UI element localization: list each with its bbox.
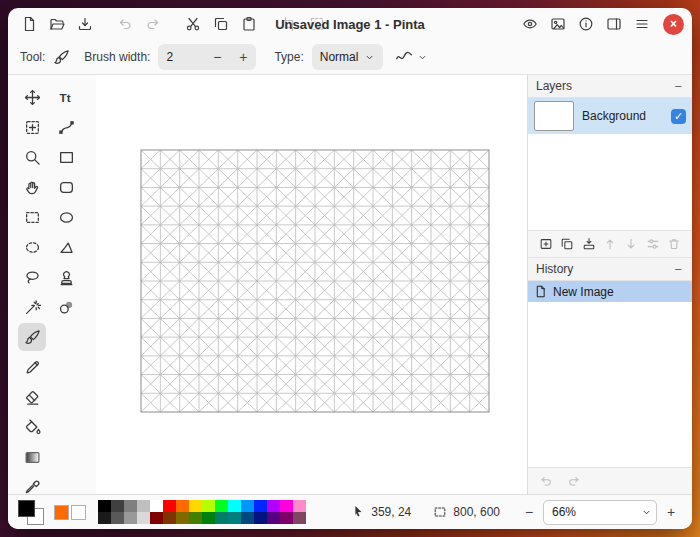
tool-paintbrush[interactable] bbox=[18, 323, 46, 351]
palette-swatch[interactable] bbox=[150, 500, 163, 512]
palette-swatch[interactable] bbox=[254, 512, 267, 524]
palette-swatch[interactable] bbox=[202, 512, 215, 524]
palette-swatch[interactable] bbox=[267, 500, 280, 512]
foreground-background-color-selector[interactable] bbox=[18, 499, 46, 526]
image-button[interactable] bbox=[545, 11, 571, 37]
info-button[interactable] bbox=[573, 11, 599, 37]
palette-swatch[interactable] bbox=[241, 512, 254, 524]
blend-mode-dropdown[interactable]: Normal bbox=[312, 44, 384, 70]
panel-right-button[interactable] bbox=[601, 11, 627, 37]
zoom-in-button[interactable]: + bbox=[662, 504, 680, 520]
brush-width-increase-button[interactable]: + bbox=[230, 44, 256, 70]
palette-swatch[interactable] bbox=[137, 500, 150, 512]
open-image-button[interactable] bbox=[44, 11, 70, 37]
brush-width-input[interactable]: 2 bbox=[158, 50, 204, 64]
palette-swatch[interactable] bbox=[293, 500, 306, 512]
palette-swatch[interactable] bbox=[163, 512, 176, 524]
layer-properties-button[interactable] bbox=[643, 234, 663, 254]
palette-swatch[interactable] bbox=[254, 500, 267, 512]
palette-swatch[interactable] bbox=[215, 512, 228, 524]
add-layer-button[interactable] bbox=[536, 234, 556, 254]
palette-swatch[interactable] bbox=[163, 500, 176, 512]
lower-layer-button[interactable] bbox=[621, 234, 641, 254]
selection-size-icon bbox=[433, 505, 447, 519]
raise-layer-button[interactable] bbox=[600, 234, 620, 254]
paste-icon bbox=[241, 16, 257, 32]
palette-swatch[interactable] bbox=[215, 500, 228, 512]
tool-gradient[interactable] bbox=[18, 443, 46, 471]
new-image-button[interactable] bbox=[16, 11, 42, 37]
tool-rounded-rectangle[interactable] bbox=[52, 173, 80, 201]
tool-ellipse[interactable] bbox=[52, 203, 80, 231]
layer-visibility-checkbox[interactable]: ✓ bbox=[671, 109, 686, 124]
palette-swatch[interactable] bbox=[189, 500, 202, 512]
zoom-level-dropdown[interactable]: 66% bbox=[543, 500, 657, 525]
tool-move-selected[interactable] bbox=[18, 83, 46, 111]
save-button[interactable] bbox=[72, 11, 98, 37]
zoom-out-button[interactable]: − bbox=[520, 504, 538, 520]
history-item[interactable]: New Image bbox=[528, 281, 692, 302]
palette-swatch[interactable] bbox=[280, 512, 293, 524]
cut-button[interactable] bbox=[180, 11, 206, 37]
palette-swatch[interactable] bbox=[98, 500, 111, 512]
tool-clone-stamp[interactable] bbox=[52, 263, 80, 291]
palette-swatch[interactable] bbox=[228, 512, 241, 524]
palette-swatch[interactable] bbox=[202, 500, 215, 512]
redo-button[interactable] bbox=[140, 11, 166, 37]
palette-swatch[interactable] bbox=[267, 512, 280, 524]
duplicate-layer-button[interactable] bbox=[557, 234, 577, 254]
palette-swatch[interactable] bbox=[293, 512, 306, 524]
palette-swatch[interactable] bbox=[111, 500, 124, 512]
tool-recolor[interactable] bbox=[52, 293, 80, 321]
tool-pencil[interactable] bbox=[18, 353, 46, 381]
palette-swatch[interactable] bbox=[150, 512, 163, 524]
palette-swatch[interactable] bbox=[228, 500, 241, 512]
save-icon bbox=[77, 16, 93, 32]
history-item-icon bbox=[534, 285, 547, 298]
merge-layer-down-button[interactable] bbox=[579, 234, 599, 254]
image-icon bbox=[550, 16, 566, 32]
palette-swatch[interactable] bbox=[176, 512, 189, 524]
palette-swatch[interactable] bbox=[241, 500, 254, 512]
line-style-dropdown[interactable] bbox=[391, 48, 432, 66]
chevron-down-icon bbox=[364, 52, 375, 63]
palette-swatch[interactable] bbox=[137, 512, 150, 524]
palette-swatch[interactable] bbox=[124, 512, 137, 524]
tool-rectangle[interactable] bbox=[52, 143, 80, 171]
menu-button[interactable] bbox=[629, 11, 655, 37]
palette-swatch[interactable] bbox=[189, 512, 202, 524]
undo-button[interactable] bbox=[112, 11, 138, 37]
tool-lasso-select[interactable] bbox=[18, 263, 46, 291]
tool-zoom[interactable] bbox=[18, 143, 46, 171]
delete-layer-button[interactable] bbox=[664, 234, 684, 254]
brush-width-decrease-button[interactable]: − bbox=[204, 44, 230, 70]
tool-text[interactable]: Tt bbox=[52, 83, 80, 111]
layers-collapse-button[interactable]: − bbox=[672, 80, 684, 93]
tool-move-selection[interactable] bbox=[18, 113, 46, 141]
foreground-color-swatch[interactable] bbox=[18, 500, 35, 517]
canvas-viewport[interactable] bbox=[96, 75, 527, 494]
palette-swatch[interactable] bbox=[280, 500, 293, 512]
recent-color-swatch[interactable] bbox=[54, 505, 69, 520]
tool-line-curve[interactable] bbox=[52, 113, 80, 141]
tool-magic-wand[interactable] bbox=[18, 293, 46, 321]
palette-swatch[interactable] bbox=[124, 500, 137, 512]
history-redo-button[interactable] bbox=[564, 471, 584, 491]
copy-button[interactable] bbox=[208, 11, 234, 37]
palette-swatch[interactable] bbox=[98, 512, 111, 524]
history-collapse-button[interactable]: − bbox=[672, 263, 684, 276]
eye-button[interactable] bbox=[517, 11, 543, 37]
history-undo-button[interactable] bbox=[536, 471, 556, 491]
recent-color-swatch[interactable] bbox=[71, 505, 86, 520]
close-button[interactable]: × bbox=[663, 14, 684, 35]
tool-freeform-shape[interactable] bbox=[52, 233, 80, 261]
tool-eraser[interactable] bbox=[18, 383, 46, 411]
palette-swatch[interactable] bbox=[111, 512, 124, 524]
tool-pan[interactable] bbox=[18, 173, 46, 201]
tool-ellipse-select[interactable] bbox=[18, 233, 46, 261]
paste-button[interactable] bbox=[236, 11, 262, 37]
tool-paint-bucket[interactable] bbox=[18, 413, 46, 441]
tool-rectangle-select[interactable] bbox=[18, 203, 46, 231]
layer-item[interactable]: Background✓ bbox=[528, 98, 692, 134]
palette-swatch[interactable] bbox=[176, 500, 189, 512]
